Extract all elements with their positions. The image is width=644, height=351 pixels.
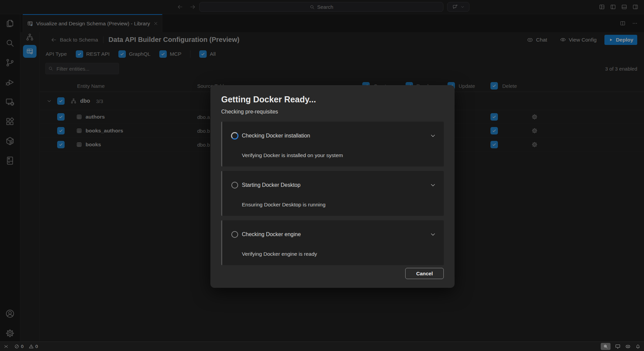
- remote-indicator-icon[interactable]: [3, 344, 9, 349]
- errors-icon: [14, 344, 19, 349]
- dialog-subtitle: Checking pre-requisites: [221, 109, 444, 115]
- vscode-window: Search: [0, 0, 644, 351]
- dialog-title: Getting Docker Ready...: [221, 95, 444, 104]
- status-bar: 0 0: [0, 342, 644, 351]
- copilot-status-icon[interactable]: [625, 344, 631, 349]
- notifications-bell-icon[interactable]: [635, 344, 641, 349]
- step-chevron-down-icon[interactable]: [430, 231, 436, 238]
- step-docker-installation: Checking Docker installation Verifying D…: [221, 122, 444, 167]
- step-description: Verifying Docker engine is ready: [242, 251, 436, 257]
- pending-circle-icon: [231, 231, 238, 238]
- step-description: Ensuring Docker Desktop is running: [242, 202, 436, 208]
- zoom-indicator-icon[interactable]: [601, 343, 611, 350]
- warnings-icon: [29, 344, 34, 349]
- step-chevron-down-icon[interactable]: [430, 132, 436, 139]
- docker-ready-dialog: Getting Docker Ready... Checking pre-req…: [210, 85, 455, 288]
- errors-count: 0: [21, 344, 24, 349]
- step-chevron-down-icon[interactable]: [430, 182, 436, 189]
- step-title: Checking Docker installation: [242, 133, 310, 139]
- step-title: Starting Docker Desktop: [242, 182, 300, 188]
- step-docker-engine: Checking Docker engine Verifying Docker …: [221, 220, 444, 265]
- screencast-icon[interactable]: [615, 344, 621, 349]
- pending-circle-icon: [231, 182, 238, 189]
- step-description: Verifying Docker is installed on your sy…: [242, 152, 436, 158]
- step-docker-desktop: Starting Docker Desktop Ensuring Docker …: [221, 171, 444, 216]
- problems-indicator[interactable]: 0 0: [14, 344, 38, 349]
- spinner-icon: [231, 132, 238, 140]
- step-title: Checking Docker engine: [242, 231, 301, 237]
- cancel-button[interactable]: Cancel: [405, 268, 444, 279]
- warnings-count: 0: [36, 344, 38, 349]
